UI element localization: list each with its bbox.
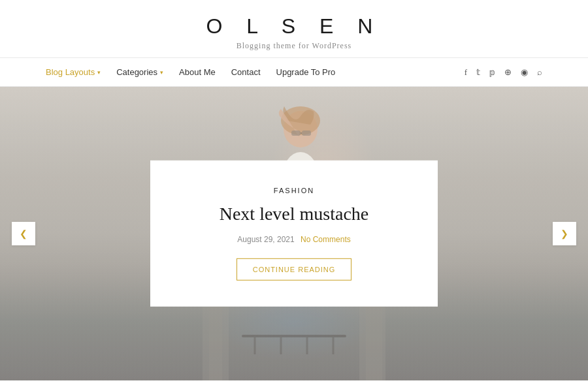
chevron-down-icon: ▾ — [97, 69, 101, 76]
nav-item-upgrade[interactable]: Upgrade To Pro — [276, 67, 336, 77]
nav-item-contact[interactable]: Contact — [231, 67, 261, 77]
slider-next-button[interactable]: ❯ — [553, 222, 576, 245]
site-tagline: Blogging theme for WordPress — [0, 41, 588, 51]
hero-slider: ❮ Fashion Next level mustache August 29,… — [0, 87, 588, 380]
chevron-right-icon: ❯ — [561, 228, 568, 239]
rss-icon[interactable]: ◉ — [521, 67, 528, 78]
slide-date: August 29, 2021 — [237, 235, 294, 244]
svg-rect-5 — [242, 335, 346, 337]
nav-item-blog-layouts[interactable]: Blog Layouts ▾ — [46, 67, 101, 77]
slide-meta: August 29, 2021 No Comments — [183, 235, 405, 244]
nav-item-categories[interactable]: Categories ▾ — [116, 67, 163, 77]
nav-item-about-me[interactable]: About Me — [179, 67, 216, 77]
nav-bar: Blog Layouts ▾ Categories ▾ About Me Con… — [0, 58, 588, 87]
slide-category: Fashion — [183, 187, 405, 194]
continue-reading-button[interactable]: Continue Reading — [237, 258, 352, 281]
chevron-left-icon: ❮ — [20, 228, 27, 239]
slider-prev-button[interactable]: ❮ — [12, 222, 35, 245]
site-header: O L S E N Blogging theme for WordPress — [0, 0, 588, 58]
slide-title: Next level mustache — [183, 202, 405, 226]
globe-icon[interactable]: ⊕ — [504, 67, 512, 78]
site-title: O L S E N — [0, 14, 588, 38]
svg-rect-12 — [291, 131, 301, 136]
search-icon[interactable]: ⌕ — [537, 67, 542, 78]
nav-left: Blog Layouts ▾ Categories ▾ About Me Con… — [46, 67, 335, 77]
facebook-icon[interactable]: f — [465, 67, 467, 78]
twitter-icon[interactable]: 𝕥 — [476, 67, 480, 78]
slide-comments-link[interactable]: No Comments — [301, 235, 351, 244]
slide-card: Fashion Next level mustache August 29, 2… — [150, 161, 438, 307]
chevron-down-icon: ▾ — [160, 69, 163, 76]
nav-social-icons: f 𝕥 𝕡 ⊕ ◉ ⌕ — [465, 67, 542, 78]
svg-rect-13 — [302, 131, 311, 136]
pinterest-icon[interactable]: 𝕡 — [489, 67, 495, 78]
